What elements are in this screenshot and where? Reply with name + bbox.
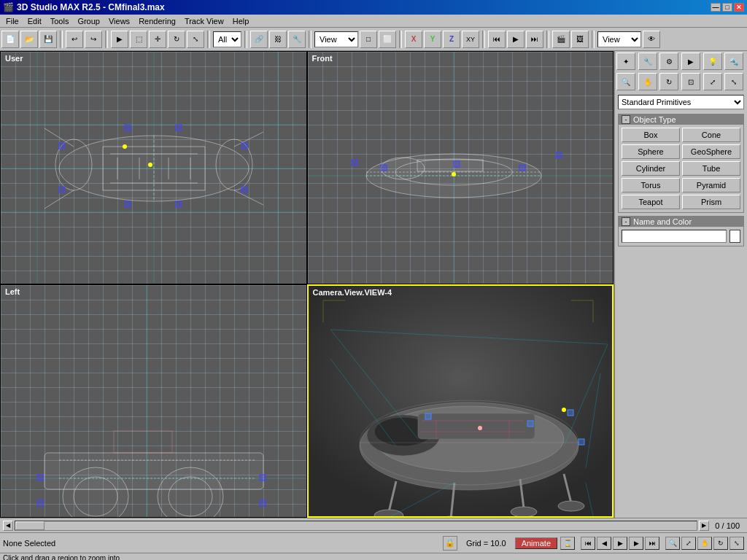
- rp-icon-display[interactable]: 💡: [703, 52, 722, 70]
- selection-filter-dropdown[interactable]: All: [213, 31, 241, 47]
- name-color-header: - Name and Color: [619, 217, 743, 227]
- rp-icon-maxone[interactable]: ⤡: [724, 73, 743, 90]
- key-mode-button[interactable]: ⌛: [560, 537, 575, 550]
- unlink-button[interactable]: ⛓: [269, 31, 287, 48]
- lock-icon[interactable]: 🔒: [443, 536, 457, 551]
- rp-icon-fov[interactable]: ⊡: [681, 73, 700, 90]
- undo-button[interactable]: ↩: [66, 31, 83, 48]
- frame-prev-button[interactable]: ◀: [3, 521, 13, 531]
- minimize-button[interactable]: —: [711, 3, 721, 12]
- name-color-collapse[interactable]: -: [622, 217, 630, 226]
- rp-icon-motion[interactable]: ▶: [681, 52, 700, 70]
- primitive-type-dropdown[interactable]: Standard Primitives: [618, 95, 744, 109]
- animate-button[interactable]: Animate: [515, 537, 557, 549]
- rp-icon-modify[interactable]: 🔧: [638, 52, 657, 70]
- svg-rect-39: [381, 165, 387, 171]
- menu-track-view[interactable]: Track View: [180, 16, 228, 26]
- close-button[interactable]: ✕: [734, 3, 744, 12]
- menu-group[interactable]: Group: [73, 16, 104, 26]
- view-dropdown2[interactable]: View: [597, 31, 641, 47]
- viewport-camera-content: [309, 286, 613, 516]
- render-type-button[interactable]: □: [360, 31, 377, 48]
- redo-button[interactable]: ↪: [85, 31, 102, 48]
- svg-point-29: [148, 163, 152, 167]
- app-title: 🎬 3D Studio MAX R2.5 - CMfinal3.max: [3, 2, 165, 12]
- new-button[interactable]: 📄: [1, 31, 19, 48]
- scale-button[interactable]: ⤡: [187, 31, 204, 48]
- toolbar-sep-8: [546, 31, 549, 48]
- btn-box[interactable]: Box: [622, 128, 680, 142]
- btn-geosphere[interactable]: GeoSphere: [682, 144, 740, 159]
- orbit-vp-button[interactable]: ↻: [713, 537, 728, 550]
- rp-icon-maxall[interactable]: ⤢: [703, 73, 722, 90]
- rp-icon-zoom[interactable]: 🔍: [616, 73, 635, 90]
- window-controls[interactable]: — □ ✕: [711, 3, 744, 12]
- next-key-button[interactable]: ▶: [629, 537, 643, 550]
- object-name-input[interactable]: [622, 230, 727, 243]
- svg-rect-61: [37, 500, 43, 506]
- menu-edit[interactable]: Edit: [23, 16, 46, 26]
- prev-key-button[interactable]: ◀: [597, 537, 611, 550]
- select-button[interactable]: ▶: [111, 31, 128, 48]
- max-vp-button[interactable]: ⤡: [729, 537, 744, 550]
- prev-frame-button[interactable]: ⏮: [488, 31, 506, 48]
- btn-teapot[interactable]: Teapot: [622, 195, 680, 209]
- menu-views[interactable]: Views: [104, 16, 134, 26]
- viewport-render-button[interactable]: 👁: [643, 31, 660, 48]
- zoom-vp-button[interactable]: 🔍: [665, 537, 680, 550]
- render-scene-button[interactable]: 🎬: [552, 31, 570, 48]
- rp-icon-hierarchy[interactable]: ⚙: [659, 52, 678, 70]
- rp-icon-orbit[interactable]: ↻: [659, 73, 678, 90]
- move-button[interactable]: ✛: [149, 31, 166, 48]
- object-color-swatch[interactable]: [729, 230, 740, 243]
- viewport-user[interactable]: User: [0, 51, 307, 284]
- frame-next-button[interactable]: ▶: [699, 521, 709, 531]
- menu-tools[interactable]: Tools: [46, 16, 74, 26]
- btn-sphere[interactable]: Sphere: [622, 144, 680, 159]
- viewport-front[interactable]: Front: [307, 51, 614, 284]
- axis-y-button[interactable]: Y: [424, 31, 441, 48]
- btn-torus[interactable]: Torus: [622, 178, 680, 192]
- axis-xy-button[interactable]: XY: [462, 31, 479, 48]
- svg-rect-40: [519, 165, 525, 171]
- btn-prism[interactable]: Prism: [682, 195, 740, 209]
- rotate-button[interactable]: ↻: [168, 31, 185, 48]
- viewport-front-content: [308, 52, 614, 284]
- btn-tube[interactable]: Tube: [682, 161, 740, 176]
- play-anim-button[interactable]: ▶: [613, 537, 627, 550]
- save-button[interactable]: 💾: [39, 31, 57, 48]
- render-type-button2[interactable]: ⬜: [379, 31, 396, 48]
- svg-rect-27: [59, 187, 65, 192]
- next-frame-button[interactable]: ⏭: [526, 31, 543, 48]
- goto-end-button[interactable]: ⏭: [645, 537, 659, 550]
- frame-scrollbar-track[interactable]: [15, 521, 697, 531]
- frame-scrollbar-thumb[interactable]: [15, 521, 44, 530]
- maximize-button[interactable]: □: [722, 3, 732, 12]
- goto-start-button[interactable]: ⏮: [581, 537, 595, 550]
- rp-icon-create[interactable]: ✦: [616, 52, 635, 70]
- object-type-collapse[interactable]: -: [622, 115, 630, 124]
- view-dropdown[interactable]: View: [314, 31, 358, 47]
- select-region-button[interactable]: ⬚: [130, 31, 147, 48]
- menu-rendering[interactable]: Rendering: [134, 16, 180, 26]
- rp-icon-utilities[interactable]: 🔩: [724, 52, 743, 70]
- btn-cone[interactable]: Cone: [682, 128, 740, 142]
- svg-rect-88: [527, 421, 533, 427]
- btn-cylinder[interactable]: Cylinder: [622, 161, 680, 176]
- link-button[interactable]: 🔗: [250, 31, 268, 48]
- viewport-camera[interactable]: Camera.View.VIEW-4: [307, 284, 614, 518]
- zoom-all-button[interactable]: ⤢: [681, 537, 696, 550]
- quick-render-button[interactable]: 🖼: [571, 31, 589, 48]
- rp-icon-pan[interactable]: ✋: [638, 73, 657, 90]
- menu-file[interactable]: File: [1, 16, 23, 26]
- play-button[interactable]: ▶: [507, 31, 525, 48]
- bind-button[interactable]: 🔧: [288, 31, 306, 48]
- viewport-left[interactable]: Left: [0, 284, 307, 518]
- pan-vp-button[interactable]: ✋: [697, 537, 712, 550]
- right-panel-dropdown-area: Standard Primitives: [615, 92, 747, 112]
- open-button[interactable]: 📂: [20, 31, 38, 48]
- menu-help[interactable]: Help: [228, 16, 254, 26]
- btn-pyramid[interactable]: Pyramid: [682, 178, 740, 192]
- axis-z-button[interactable]: Z: [443, 31, 460, 48]
- axis-x-button[interactable]: X: [405, 31, 422, 48]
